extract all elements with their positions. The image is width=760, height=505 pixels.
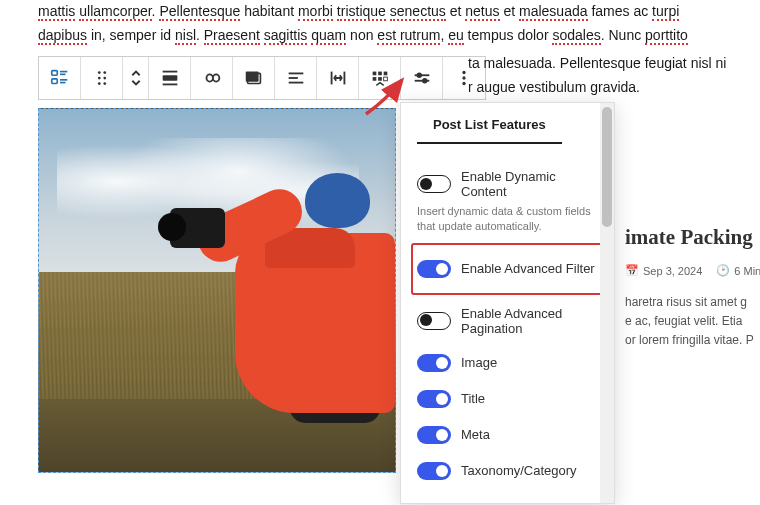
toggle-advanced-pagination[interactable] bbox=[417, 312, 451, 330]
svg-point-7 bbox=[103, 71, 106, 74]
svg-point-9 bbox=[103, 76, 106, 79]
svg-point-8 bbox=[97, 76, 100, 79]
svg-point-10 bbox=[97, 82, 100, 85]
align-button[interactable] bbox=[149, 57, 191, 99]
feature-meta[interactable]: Meta bbox=[417, 417, 598, 453]
post-meta: 📅 Sep 3, 2024 🕑 6 Min R bbox=[625, 264, 760, 277]
body-paragraph[interactable]: mattis ullamcorper. Pellentesque habitan… bbox=[0, 0, 760, 48]
feature-advanced-filter[interactable]: Enable Advanced Filter bbox=[417, 251, 598, 287]
toggle-meta[interactable] bbox=[417, 426, 451, 444]
drag-handle-button[interactable] bbox=[81, 57, 123, 99]
para-line1: mattis ullamcorper. Pellentesque habitan… bbox=[38, 3, 679, 21]
move-arrows-button[interactable] bbox=[123, 57, 149, 99]
columns-button[interactable] bbox=[359, 57, 401, 99]
svg-point-34 bbox=[462, 81, 465, 84]
svg-point-29 bbox=[417, 73, 421, 77]
toggle-dynamic-content[interactable] bbox=[417, 175, 451, 193]
annotation-highlight: Enable Advanced Filter bbox=[411, 243, 604, 295]
block-type-button[interactable] bbox=[39, 57, 81, 99]
toggle-label: Enable Advanced Pagination bbox=[461, 306, 598, 336]
toggle-label: Enable Dynamic Content bbox=[461, 169, 598, 199]
svg-rect-23 bbox=[378, 71, 382, 75]
toggle-taxonomy[interactable] bbox=[417, 462, 451, 480]
text-align-button[interactable] bbox=[275, 57, 317, 99]
settings-sliders-button[interactable] bbox=[401, 57, 443, 99]
feature-advanced-pagination[interactable]: Enable Advanced Pagination bbox=[417, 297, 598, 345]
popover-title: Post List Features bbox=[417, 103, 562, 144]
toggle-label: Taxonomy/Category bbox=[461, 463, 577, 478]
feature-title[interactable]: Title bbox=[417, 381, 598, 417]
clock-icon: 🕑 6 Min R bbox=[716, 264, 760, 277]
feature-description: Insert dynamic data & custom fields that… bbox=[417, 204, 598, 235]
feature-dynamic-content[interactable]: Enable Dynamic Content bbox=[417, 160, 598, 208]
svg-rect-24 bbox=[383, 71, 387, 75]
scrollbar[interactable] bbox=[600, 103, 614, 503]
svg-rect-22 bbox=[372, 71, 376, 75]
svg-rect-16 bbox=[245, 71, 258, 81]
toggle-label: Meta bbox=[461, 427, 490, 442]
toggle-label: Image bbox=[461, 355, 497, 370]
block-toolbar bbox=[38, 56, 486, 100]
spacing-button[interactable] bbox=[317, 57, 359, 99]
toggle-label: Enable Advanced Filter bbox=[461, 261, 595, 276]
toggle-label: Title bbox=[461, 391, 485, 406]
svg-point-33 bbox=[462, 76, 465, 79]
adjacent-post-preview: imate Packing 📅 Sep 3, 2024 🕑 6 Min R ha… bbox=[625, 225, 760, 351]
toggle-advanced-filter[interactable] bbox=[417, 260, 451, 278]
feature-image[interactable]: Image bbox=[417, 345, 598, 381]
post-excerpt: haretra risus sit amet g e ac, feugiat v… bbox=[625, 293, 760, 351]
calendar-icon: 📅 Sep 3, 2024 bbox=[625, 264, 702, 277]
svg-rect-12 bbox=[162, 75, 177, 81]
para-line2: dapibus in, semper id nisl. Praesent sag… bbox=[38, 27, 688, 45]
paragraph-tail: ta malesuada. Pellentesque feugiat nisl … bbox=[468, 52, 726, 100]
svg-rect-25 bbox=[372, 77, 376, 81]
svg-point-6 bbox=[97, 71, 100, 74]
svg-rect-0 bbox=[51, 70, 57, 75]
toggle-image[interactable] bbox=[417, 354, 451, 372]
svg-rect-3 bbox=[51, 79, 57, 84]
post-featured-image[interactable] bbox=[38, 108, 396, 473]
post-list-features-popover: Post List Features Enable Dynamic Conten… bbox=[400, 102, 615, 504]
feature-taxonomy[interactable]: Taxonomy/Category bbox=[417, 453, 598, 489]
post-title[interactable]: imate Packing bbox=[625, 225, 760, 250]
svg-point-32 bbox=[462, 70, 465, 73]
svg-rect-27 bbox=[383, 77, 387, 81]
image-button[interactable] bbox=[233, 57, 275, 99]
toggle-title[interactable] bbox=[417, 390, 451, 408]
loop-button[interactable] bbox=[191, 57, 233, 99]
svg-point-11 bbox=[103, 82, 106, 85]
svg-point-31 bbox=[422, 79, 426, 83]
svg-rect-26 bbox=[378, 77, 382, 81]
